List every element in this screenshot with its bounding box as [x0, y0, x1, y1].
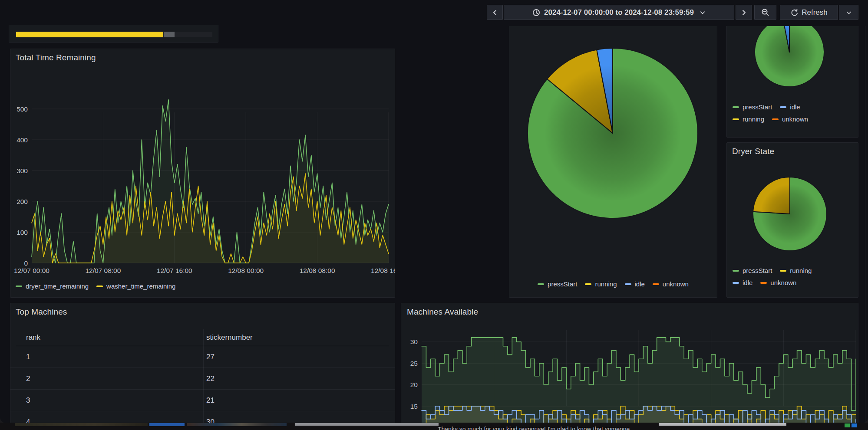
refresh-label: Refresh	[802, 8, 828, 17]
small-pie-legend: pressStartidlerunningunknown	[733, 103, 808, 123]
chevron-right-icon	[740, 9, 747, 16]
legend-item-unknown[interactable]: unknown	[772, 115, 808, 123]
total-time-chart[interactable]: 010020030040050012/07 00:0012/07 08:0012…	[10, 66, 395, 297]
gauge-peak-marker	[164, 32, 175, 37]
legend-label: running	[790, 267, 812, 274]
gauge-track	[16, 32, 212, 37]
legend-swatch	[733, 270, 739, 272]
legend-swatch	[16, 286, 22, 287]
refresh-button[interactable]: Refresh	[780, 5, 838, 20]
legend-swatch	[538, 283, 544, 285]
legend-label: idle	[635, 280, 645, 288]
small-state-pie-chart[interactable]	[727, 26, 858, 95]
legend-swatch	[733, 282, 739, 284]
background-window-strip: Thanks so much for your kind response! I…	[0, 423, 868, 430]
background-window-text: Thanks so much for your kind response! I…	[438, 426, 742, 430]
washer-pie-legend: pressStartrunningidleunknown	[509, 280, 717, 288]
svg-text:12/07 00:00: 12/07 00:00	[14, 267, 50, 274]
legend-label: running	[743, 115, 764, 123]
refresh-interval-dropdown[interactable]	[839, 5, 858, 20]
cell-stickernumber: 27	[206, 346, 215, 368]
svg-text:400: 400	[17, 136, 28, 144]
table-row: 222	[10, 368, 395, 390]
small-state-pie-panel: pressStartidlerunningunknown	[726, 26, 858, 138]
svg-text:30: 30	[410, 338, 418, 345]
legend-swatch	[625, 283, 631, 285]
legend-item-unknown[interactable]: unknown	[760, 279, 796, 286]
svg-text:12/08 16:00: 12/08 16:00	[371, 267, 395, 274]
legend-item-running[interactable]: running	[585, 280, 617, 288]
svg-text:100: 100	[17, 229, 28, 236]
cell-rank: 3	[26, 390, 30, 411]
legend-item-idle[interactable]: idle	[625, 280, 645, 288]
time-range-picker-button[interactable]: 2024-12-07 00:00:00 to 2024-12-08 23:59:…	[504, 5, 734, 20]
total-time-legend: dryer_time_remainingwasher_time_remainin…	[16, 282, 175, 290]
cell-rank: 2	[26, 368, 30, 390]
table-row: 127	[10, 346, 395, 368]
refresh-icon	[790, 9, 798, 16]
chevron-down-icon	[846, 10, 852, 16]
legend-item-washer_time_remaining[interactable]: washer_time_remaining	[96, 282, 175, 290]
magnifier-minus-icon	[761, 8, 769, 16]
svg-text:15: 15	[410, 403, 418, 410]
dryer-state-pie-chart[interactable]	[727, 143, 858, 264]
table-row: 430	[10, 411, 395, 423]
dashboard-scrollbar[interactable]	[865, 26, 865, 423]
legend-item-unknown[interactable]: unknown	[653, 280, 689, 288]
legend-swatch	[585, 283, 591, 285]
legend-item-pressStart[interactable]: pressStart	[733, 103, 772, 111]
legend-label: washer_time_remaining	[106, 282, 175, 290]
zoom-out-time-button[interactable]	[754, 5, 776, 20]
top-machines-panel: Top Machines rank stickernumber 12722232…	[10, 303, 395, 423]
legend-label: dryer_time_remaining	[26, 282, 89, 290]
legend-item-running[interactable]: running	[780, 267, 812, 274]
washer-state-pie-panel: pressStartrunningidleunknown	[509, 26, 717, 298]
panel-title[interactable]: Total Time Remaining	[16, 53, 96, 62]
legend-item-dryer_time_remaining[interactable]: dryer_time_remaining	[16, 282, 89, 290]
table-header-stickernumber[interactable]: stickernumber	[206, 329, 253, 346]
legend-item-pressStart[interactable]: pressStart	[538, 280, 577, 288]
legend-label: idle	[743, 279, 752, 286]
background-fragment	[149, 423, 185, 426]
legend-label: unknown	[770, 279, 796, 286]
screen: { "header": { "time_range": "2024-12-07 …	[0, 0, 868, 430]
svg-text:0: 0	[24, 259, 28, 267]
table-header-rank[interactable]: rank	[26, 329, 40, 346]
svg-text:25: 25	[410, 360, 418, 367]
legend-swatch	[780, 270, 786, 272]
svg-text:20: 20	[410, 381, 418, 388]
gauge-panel	[9, 25, 218, 43]
legend-label: unknown	[782, 115, 808, 123]
cell-rank: 4	[26, 411, 30, 423]
legend-label: running	[595, 280, 617, 288]
legend-item-running[interactable]: running	[733, 115, 764, 123]
cell-stickernumber: 30	[206, 411, 215, 423]
legend-swatch	[96, 286, 103, 287]
svg-text:200: 200	[17, 198, 28, 205]
time-range-forward-button[interactable]	[736, 5, 752, 20]
legend-item-pressStart[interactable]: pressStart	[733, 267, 772, 274]
legend-swatch	[653, 283, 659, 285]
legend-swatch	[733, 106, 739, 108]
legend-label: unknown	[663, 280, 689, 288]
dryer-pie-legend: pressStartrunningidleunknown	[733, 267, 812, 286]
svg-text:300: 300	[17, 167, 28, 174]
panel-title[interactable]: Top Machines	[16, 307, 67, 317]
washer-state-pie-chart[interactable]	[509, 26, 717, 273]
legend-swatch	[772, 118, 779, 120]
background-fragment	[15, 423, 148, 426]
svg-text:12/08 00:00: 12/08 00:00	[228, 267, 264, 274]
background-fragment	[845, 423, 850, 427]
legend-item-idle[interactable]: idle	[733, 279, 752, 286]
legend-swatch	[733, 118, 739, 120]
gauge-bar-fill	[16, 32, 163, 37]
table-body: 127222321430	[10, 346, 395, 423]
legend-item-idle[interactable]: idle	[780, 103, 800, 111]
time-range-back-button[interactable]	[487, 5, 503, 20]
clock-icon	[532, 9, 540, 16]
machines-available-chart[interactable]: 30252015	[401, 303, 858, 423]
svg-text:12/07 16:00: 12/07 16:00	[157, 267, 192, 274]
legend-label: pressStart	[548, 280, 577, 288]
legend-swatch	[760, 282, 767, 284]
svg-text:500: 500	[17, 105, 28, 113]
